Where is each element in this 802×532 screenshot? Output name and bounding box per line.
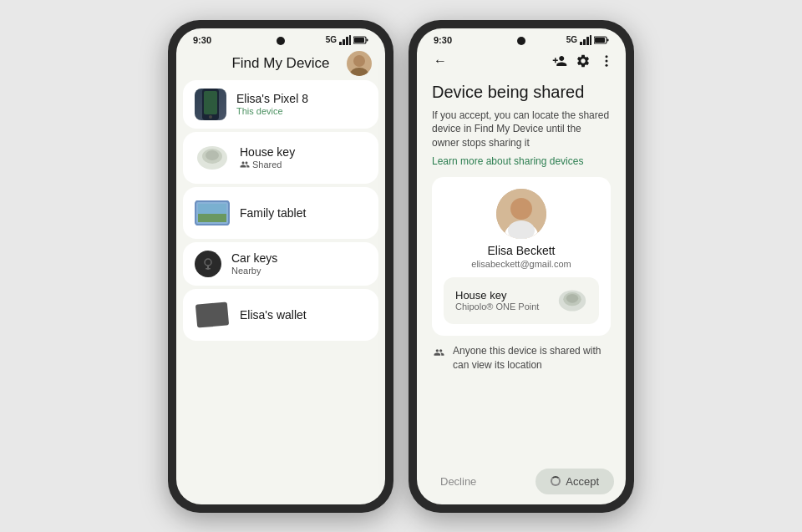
svg-rect-3 (349, 35, 351, 45)
signal-icon-2 (580, 35, 591, 45)
accept-spinner (551, 476, 561, 486)
share-header-icons (552, 53, 614, 68)
shared-device-image (557, 286, 587, 316)
phones-container: 9:30 5G (168, 20, 634, 513)
header-avatar[interactable] (347, 51, 372, 76)
device-item-tablet[interactable]: Family tablet (183, 187, 378, 239)
phone-2: 9:30 5G (409, 20, 634, 513)
phone-1-screen: 9:30 5G (176, 28, 385, 504)
signal-label-1: 5G (326, 35, 337, 44)
more-options-icon[interactable] (599, 53, 614, 68)
svg-point-11 (209, 115, 212, 119)
tablet-icon (195, 195, 230, 231)
user-avatar (496, 189, 546, 239)
signal-icon-1 (339, 35, 351, 45)
user-name: Elisa Beckett (488, 244, 556, 257)
carkeys-name: Car keys (231, 251, 367, 265)
svg-rect-19 (198, 214, 226, 222)
time-1: 9:30 (193, 35, 211, 45)
pixel8-name: Elisa's Pixel 8 (236, 92, 367, 105)
wallet-info: Elisa's wallet (240, 308, 367, 322)
learn-more-link[interactable]: Learn more about sharing devices (432, 155, 611, 167)
device-list: Elisa's Pixel 8 This device House (176, 80, 385, 504)
decline-button[interactable]: Decline (429, 469, 488, 494)
carkeys-icon (195, 251, 221, 277)
svg-point-32 (606, 59, 608, 62)
user-email: elisabeckett@gmail.com (471, 259, 571, 269)
svg-rect-26 (586, 37, 589, 45)
time-2: 9:30 (434, 35, 452, 45)
app-title: Find My Device (231, 55, 329, 72)
app-header: Find My Device (176, 48, 385, 80)
svg-rect-29 (595, 38, 605, 43)
share-actions: Decline Accept (417, 462, 626, 504)
svg-point-40 (566, 294, 578, 303)
battery-icon-1 (353, 36, 368, 44)
share-title: Device being shared (432, 82, 611, 102)
share-note: Anyone this device is shared with can vi… (432, 344, 611, 372)
battery-icon-2 (594, 36, 609, 44)
svg-rect-23 (206, 268, 211, 270)
svg-rect-18 (198, 204, 226, 214)
tablet-name: Family tablet (240, 206, 367, 220)
device-item-pixel8[interactable]: Elisa's Pixel 8 This device (183, 80, 378, 129)
svg-rect-27 (590, 35, 591, 45)
shared-device-model: Chipolo® ONE Point (455, 301, 539, 312)
share-description: If you accept, you can locate the shared… (432, 109, 611, 150)
housekey-info: House key Shared (240, 145, 367, 170)
phone-2-screen: 9:30 5G (417, 28, 626, 504)
status-icons-2: 5G (566, 35, 609, 45)
camera-dot-1 (277, 37, 285, 45)
status-bar-1: 9:30 5G (176, 28, 385, 48)
share-content: Device being shared If you accept, you c… (417, 73, 626, 462)
share-header: ← (417, 48, 626, 73)
svg-rect-2 (346, 37, 348, 45)
device-item-housekey[interactable]: House key Shared (183, 132, 378, 184)
device-item-carkeys[interactable]: Car keys Nearby (183, 242, 378, 286)
housekey-icon (195, 140, 230, 175)
carkeys-info: Car keys Nearby (231, 251, 367, 276)
pixel8-info: Elisa's Pixel 8 This device (236, 92, 367, 116)
svg-rect-10 (204, 91, 217, 114)
pixel8-sub: This device (236, 106, 367, 116)
pixel8-icon (195, 89, 226, 120)
svg-point-35 (510, 198, 532, 220)
housekey-sub: Shared (240, 160, 367, 170)
svg-rect-0 (339, 42, 342, 45)
accept-label: Accept (566, 475, 599, 488)
wallet-icon (195, 297, 230, 332)
svg-point-7 (353, 55, 365, 67)
add-person-icon[interactable] (552, 53, 567, 68)
wallet-name: Elisa's wallet (240, 308, 367, 322)
phone-1: 9:30 5G (168, 20, 393, 513)
housekey-name: House key (240, 145, 367, 159)
share-note-text: Anyone this device is shared with can vi… (453, 344, 609, 372)
svg-rect-1 (343, 39, 345, 45)
svg-rect-30 (607, 38, 609, 41)
user-card: Elisa Beckett elisabeckett@gmail.com Hou… (432, 177, 611, 336)
status-bar-2: 9:30 5G (417, 28, 626, 48)
share-note-icon (434, 344, 444, 361)
carkeys-sub: Nearby (231, 266, 367, 276)
svg-point-33 (606, 63, 608, 66)
svg-point-8 (350, 68, 368, 76)
accept-button[interactable]: Accept (536, 469, 614, 494)
svg-rect-5 (354, 38, 364, 43)
settings-icon[interactable] (576, 53, 591, 68)
signal-label-2: 5G (566, 35, 577, 44)
svg-point-14 (206, 150, 219, 160)
status-icons-1: 5G (326, 35, 368, 45)
device-card-inner: House key Chipolo® ONE Point (444, 277, 599, 324)
shared-person-icon (240, 160, 250, 170)
back-button[interactable]: ← (429, 53, 452, 68)
device-item-wallet[interactable]: Elisa's wallet (183, 289, 378, 341)
tablet-info: Family tablet (240, 206, 367, 220)
svg-rect-24 (580, 42, 582, 45)
svg-rect-25 (583, 39, 586, 45)
shared-device-name: House key (455, 289, 539, 301)
svg-rect-6 (367, 38, 368, 41)
camera-dot-2 (517, 37, 525, 45)
svg-point-31 (606, 55, 608, 58)
